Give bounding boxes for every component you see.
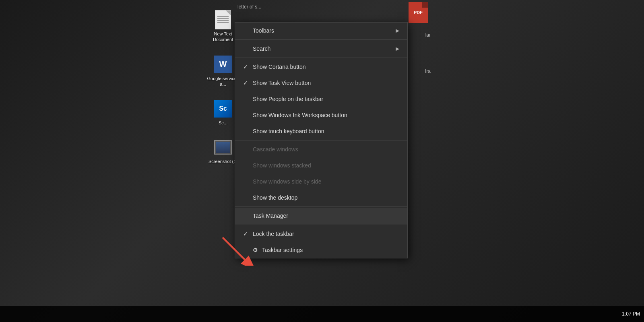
sc-icon-image: Sc — [213, 99, 233, 118]
menu-item-side-by-side-label: Show windows side by side — [253, 178, 399, 185]
desktop: letter of s... lar Ira PDF Ne — [0, 0, 644, 322]
menu-item-show-desktop[interactable]: Show the desktop — [235, 190, 407, 206]
separator-after-toolbars — [235, 39, 407, 40]
icon-sc[interactable]: Sc Sc... — [207, 99, 239, 126]
taskbar-time: 1:07 PM — [622, 311, 640, 317]
checkmark-task-view: ✓ — [243, 80, 251, 86]
menu-item-stacked: Show windows stacked — [235, 157, 407, 173]
icon-new-text-document[interactable]: New Text Document — [207, 10, 239, 43]
icon-word-doc[interactable]: W Google services a... — [207, 55, 239, 87]
menu-item-task-manager-label: Task Manager — [253, 213, 399, 219]
screenshot-icon-image — [213, 138, 233, 157]
separator-after-task-manager — [235, 225, 407, 225]
menu-item-show-people[interactable]: Show People on the taskbar — [235, 91, 407, 107]
icon-label-sc: Sc... — [219, 120, 227, 126]
pdf-icon-wrapper: PDF — [409, 0, 428, 23]
pdf-icon: PDF — [409, 2, 428, 23]
menu-item-task-manager[interactable]: Task Manager — [235, 208, 407, 224]
right-label-2: Ira — [425, 68, 431, 74]
word-icon-shape: W — [214, 56, 232, 73]
gear-icon: ⚙ — [253, 247, 258, 253]
text-doc-shape — [215, 10, 231, 29]
menu-item-cascade: Cascade windows — [235, 141, 407, 157]
context-menu: Toolbars ▶ Search ▶ ✓ Show Cortana butto… — [235, 22, 408, 258]
menu-item-lock-taskbar-label: Lock the taskbar — [253, 231, 399, 237]
checkmark-lock-taskbar: ✓ — [243, 231, 251, 237]
text-doc-line-3 — [217, 20, 229, 21]
menu-item-toolbars-label: Toolbars — [253, 27, 396, 34]
menu-item-cascade-label: Cascade windows — [253, 146, 399, 153]
chevron-right-search: ▶ — [396, 46, 399, 52]
icon-label-new-text-document: New Text Document — [207, 31, 239, 43]
menu-item-lock-taskbar[interactable]: ✓ Lock the taskbar — [235, 226, 407, 242]
text-doc-line-4 — [217, 22, 229, 23]
menu-item-taskbar-settings[interactable]: ⚙ Taskbar settings — [235, 242, 407, 258]
menu-item-ink-label: Show Windows Ink Workspace button — [253, 112, 399, 118]
menu-item-show-touch[interactable]: Show touch keyboard button — [235, 123, 407, 139]
menu-item-search-label: Search — [253, 45, 396, 52]
sc-icon-shape: Sc — [214, 100, 232, 118]
screenshot-inner — [216, 142, 230, 153]
text-doc-line-1 — [217, 16, 229, 17]
menu-item-show-desktop-label: Show the desktop — [253, 194, 399, 201]
right-label-1: lar — [425, 32, 431, 38]
text-doc-icon-image — [213, 10, 233, 29]
icon-screenshot[interactable]: Screenshot (1) — [207, 138, 239, 164]
icon-label-word-doc: Google services a... — [207, 76, 239, 87]
menu-item-stacked-label: Show windows stacked — [253, 162, 399, 169]
screenshot-icon-shape — [214, 140, 232, 155]
menu-item-side-by-side: Show windows side by side — [235, 173, 407, 190]
text-doc-line-2 — [217, 18, 229, 19]
checkmark-cortana: ✓ — [243, 64, 251, 70]
menu-item-toolbars[interactable]: Toolbars ▶ — [235, 23, 407, 39]
separator-after-show-desktop — [235, 206, 407, 207]
menu-item-people-label: Show People on the taskbar — [253, 96, 399, 102]
menu-item-show-task-view[interactable]: ✓ Show Task View button — [235, 75, 407, 91]
menu-item-search[interactable]: Search ▶ — [235, 41, 407, 57]
separator-after-search — [235, 58, 407, 58]
menu-item-show-cortana[interactable]: ✓ Show Cortana button — [235, 59, 407, 75]
menu-item-cortana-label: Show Cortana button — [253, 64, 399, 70]
menu-item-show-ink[interactable]: Show Windows Ink Workspace button — [235, 107, 407, 123]
word-icon-image: W — [213, 55, 233, 74]
menu-item-task-view-label: Show Task View button — [253, 80, 399, 86]
separator-after-touch — [235, 140, 407, 140]
taskbar: 1:07 PM — [0, 306, 644, 322]
menu-item-taskbar-settings-label: Taskbar settings — [262, 247, 399, 253]
icon-label-screenshot: Screenshot (1) — [208, 159, 237, 164]
menu-item-touch-label: Show touch keyboard button — [253, 128, 399, 134]
text-doc-lines — [217, 16, 229, 24]
chevron-right-toolbars: ▶ — [396, 28, 399, 33]
